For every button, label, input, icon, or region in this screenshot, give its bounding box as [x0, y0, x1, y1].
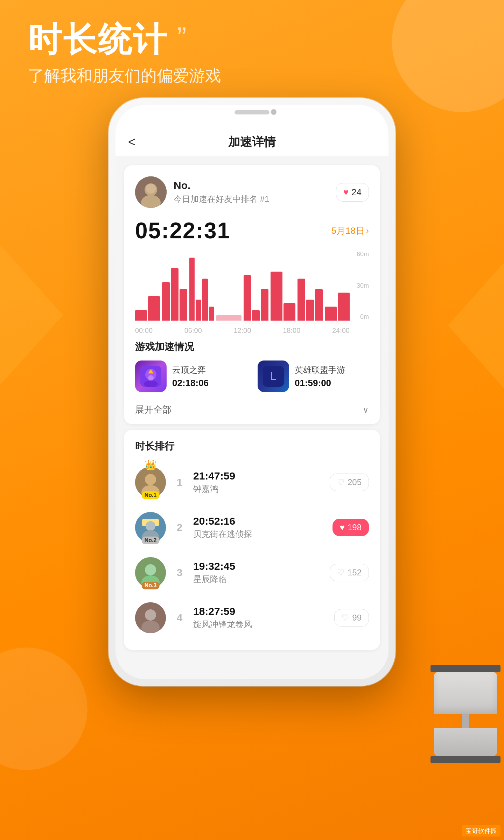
heart-icon-3: ♡ [337, 568, 345, 578]
game-1-name: 云顶之弈 [172, 364, 209, 376]
rank-info-1: 21:47:59 钟嘉鸿 [193, 470, 330, 495]
header-section: 时长统计 ” 了解我和朋友们的偏爱游戏 [28, 21, 476, 87]
hourglass-body [430, 665, 500, 763]
rank-item-3: No.3 3 19:32:45 星辰降临 ♡ 152 [135, 550, 369, 595]
svg-point-22 [145, 609, 156, 621]
bar [189, 258, 195, 321]
rank-name-3: 星辰降临 [193, 574, 330, 585]
rank-number-4: 4 [174, 612, 185, 624]
game-1-icon-svg [140, 366, 161, 387]
back-button[interactable]: < [128, 135, 135, 149]
bar-group-1 [135, 251, 160, 321]
bar [244, 275, 251, 321]
rank-text: 今日加速在好友中排名 #1 [174, 194, 269, 205]
bar [325, 307, 337, 321]
notch-pill [234, 110, 270, 114]
rank-like-count-1: 205 [348, 477, 362, 487]
bar [180, 289, 187, 321]
big-time: 05:22:31 [135, 218, 230, 244]
y-label-0: 0m [360, 313, 369, 321]
bg-triangle-left [0, 245, 63, 385]
rank-like-count-3: 152 [348, 568, 362, 578]
heart-icon: ♥ [343, 187, 349, 198]
rank-like-btn-3[interactable]: ♡ 152 [330, 564, 369, 581]
rank-4-avatar-svg [135, 602, 166, 633]
svg-point-7 [148, 375, 154, 381]
rank-like-btn-2[interactable]: ♥ 198 [332, 519, 369, 536]
avatar-svg [135, 176, 167, 208]
game-icon-2: L [258, 360, 289, 392]
bar [252, 310, 260, 321]
bar-group-8 [325, 251, 350, 321]
y-label-60: 60m [357, 251, 369, 258]
rank-item-1: 👑 No.1 1 21:47:59 钟嘉鸿 ♡ 205 [135, 460, 369, 505]
hg-middle [462, 714, 469, 728]
rank-item-2: No.2 2 20:52:16 贝克街在逃侦探 ♥ 198 [135, 505, 369, 550]
bar [148, 296, 160, 321]
heart-icon-2: ♥ [340, 523, 345, 532]
bar-group-6 [271, 251, 295, 321]
bar [216, 315, 241, 321]
rank-avatar-wrap-1: 👑 No.1 [135, 467, 166, 498]
game-2-name: 英雄联盟手游 [295, 364, 345, 376]
rank-like-btn-1[interactable]: ♡ 205 [330, 474, 369, 491]
svg-point-19 [145, 564, 156, 575]
date-link[interactable]: 5月18日 › [331, 225, 369, 237]
rank-name-2: 贝克街在逃侦探 [193, 528, 332, 540]
games-grid: 云顶之弈 02:18:06 L [135, 360, 369, 392]
bar-group-7 [298, 251, 322, 321]
bar [338, 293, 350, 321]
hg-cap-top [430, 665, 500, 672]
bar [306, 300, 314, 321]
avatar-image [135, 176, 167, 208]
bar [298, 279, 305, 321]
date-text: 5月18日 [331, 225, 365, 237]
hg-top [434, 672, 497, 714]
x-label-6: 06:00 [184, 327, 202, 335]
heart-icon-4: ♡ [342, 613, 349, 623]
game-icon-1 [135, 360, 167, 392]
watermark: 宝哥软件园 [462, 825, 500, 836]
bar [284, 303, 295, 321]
bg-circle-bottom-left [0, 648, 88, 770]
subtitle: 了解我和朋友们的偏爱游戏 [28, 65, 476, 87]
rank-avatar-wrap-2: No.2 [135, 512, 166, 543]
rank-badge-2: No.2 [142, 537, 160, 544]
bar [196, 300, 201, 321]
avatar [135, 176, 167, 208]
quote-mark: ” [177, 21, 187, 53]
bar [271, 272, 282, 321]
chart-x-labels: 00:00 06:00 12:00 18:00 24:00 [135, 327, 350, 335]
crown-icon-1: 👑 [145, 459, 157, 471]
bar [209, 307, 215, 321]
rank-info-4: 18:27:59 旋风冲锋龙卷风 [193, 606, 334, 630]
rank-info-2: 20:52:16 贝克街在逃侦探 [193, 515, 332, 540]
like-count: 24 [351, 187, 362, 198]
svg-text:L: L [270, 370, 276, 382]
heart-icon-1: ♡ [337, 477, 345, 487]
bar [261, 289, 268, 321]
screen-content: < 加速详情 [115, 124, 388, 679]
rank-info-3: 19:32:45 星辰降临 [193, 560, 330, 585]
x-label-12: 12:00 [233, 327, 251, 335]
bar-group-4 [216, 251, 241, 321]
rank-name-4: 旋风冲锋龙卷风 [193, 619, 334, 630]
games-section-title: 游戏加速情况 [135, 340, 369, 354]
rank-number-3: 3 [174, 567, 185, 579]
rank-like-btn-4[interactable]: ♡ 99 [334, 609, 369, 626]
game-2-text: 英雄联盟手游 01:59:00 [295, 364, 345, 388]
like-badge[interactable]: ♥ 24 [336, 183, 369, 202]
username: No. [174, 180, 269, 191]
user-info: No. 今日加速在好友中排名 #1 ♥ 24 [135, 176, 369, 208]
hg-bottom [434, 728, 497, 756]
bar [162, 282, 170, 321]
svg-point-16 [146, 521, 155, 531]
expand-row[interactable]: 展开全部 ∨ [135, 399, 369, 416]
rankings-title: 时长排行 [135, 440, 369, 453]
y-label-30: 30m [357, 282, 369, 289]
bar [171, 268, 178, 321]
game-2-time: 01:59:00 [295, 378, 345, 388]
rank-number-2: 2 [174, 522, 185, 533]
rank-time-4: 18:27:59 [193, 606, 334, 617]
rank-name-1: 钟嘉鸿 [193, 483, 330, 495]
